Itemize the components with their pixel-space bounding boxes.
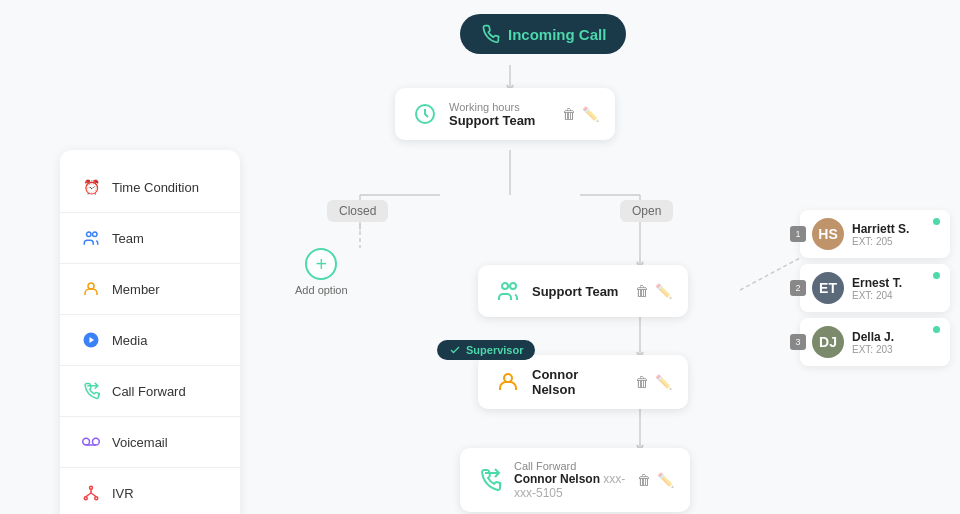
svg-point-6 — [83, 438, 90, 445]
svg-point-28 — [504, 374, 512, 382]
member-num-1: 1 — [790, 226, 806, 242]
sidebar-label-time-condition: Time Condition — [112, 180, 199, 195]
call-forward-actions: 🗑 ✏️ — [637, 472, 674, 488]
svg-line-13 — [86, 493, 91, 497]
sidebar: ⏰ Time Condition Team Member Media — [60, 150, 240, 514]
edit-icon[interactable]: ✏️ — [582, 106, 599, 122]
working-hours-text: Working hours Support Team — [449, 101, 535, 128]
add-option-button[interactable]: + Add option — [295, 248, 348, 296]
member-name-della: Della J. — [852, 330, 894, 344]
connor-nelson-node[interactable]: Connor Nelson 🗑 ✏️ — [478, 355, 688, 409]
call-forward-node-icon — [476, 466, 504, 494]
connor-actions: 🗑 ✏️ — [635, 374, 672, 390]
trash-icon[interactable]: 🗑 — [562, 106, 576, 122]
call-forward-subtitle: Call Forward — [514, 460, 627, 472]
svg-point-1 — [93, 232, 98, 237]
support-team-title: Support Team — [532, 284, 618, 299]
working-hours-title: Support Team — [449, 113, 535, 128]
sidebar-item-team[interactable]: Team — [60, 217, 240, 259]
support-team-node[interactable]: Support Team 🗑 ✏️ — [478, 265, 688, 317]
avatar-ernest: ET — [812, 272, 844, 304]
ivr-icon — [80, 482, 102, 504]
member-ext-harriett: EXT: 205 — [852, 236, 909, 247]
avatar-harriett: HS — [812, 218, 844, 250]
sidebar-label-call-forward: Call Forward — [112, 384, 186, 399]
member-cards: 1 HS Harriett S. EXT: 205 2 ET Ernest T.… — [800, 210, 950, 372]
member-info-ernest: Ernest T. EXT: 204 — [852, 276, 902, 301]
phone-icon — [480, 24, 500, 44]
trash-icon-4[interactable]: 🗑 — [637, 472, 651, 488]
incoming-call-node[interactable]: Incoming Call — [460, 14, 626, 54]
sidebar-label-media: Media — [112, 333, 147, 348]
time-condition-icon: ⏰ — [80, 176, 102, 198]
member-name-ernest: Ernest T. — [852, 276, 902, 290]
supervisor-label: Supervisor — [466, 344, 523, 356]
svg-point-27 — [510, 283, 516, 289]
edit-icon-3[interactable]: ✏️ — [655, 374, 672, 390]
working-hours-actions: 🗑 ✏️ — [562, 106, 599, 122]
sidebar-item-voicemail[interactable]: Voicemail — [60, 421, 240, 463]
member-card-1: 1 HS Harriett S. EXT: 205 — [800, 210, 950, 258]
incoming-call-label: Incoming Call — [508, 26, 606, 43]
trash-icon-2[interactable]: 🗑 — [635, 283, 649, 299]
support-team-icon — [494, 277, 522, 305]
add-option-label: Add option — [295, 284, 348, 296]
working-hours-icon — [411, 100, 439, 128]
team-icon — [80, 227, 102, 249]
sidebar-label-team: Team — [112, 231, 144, 246]
svg-point-0 — [87, 232, 92, 237]
connor-title: Connor Nelson — [532, 367, 625, 397]
sidebar-item-call-forward[interactable]: Call Forward — [60, 370, 240, 412]
member-num-2: 2 — [790, 280, 806, 296]
sidebar-item-ivr[interactable]: IVR — [60, 472, 240, 514]
svg-point-7 — [93, 438, 100, 445]
call-forward-text: Call Forward Connor Nelson xxx-xxx-5105 — [514, 460, 627, 500]
sidebar-item-media[interactable]: Media — [60, 319, 240, 361]
working-hours-node[interactable]: Working hours Support Team 🗑 ✏️ — [395, 88, 615, 140]
member-ext-ernest: EXT: 204 — [852, 290, 902, 301]
call-forward-icon — [80, 380, 102, 402]
sidebar-item-member[interactable]: Member — [60, 268, 240, 310]
svg-point-11 — [95, 497, 98, 500]
call-forward-title: Connor Nelson xxx-xxx-5105 — [514, 472, 627, 500]
media-icon — [80, 329, 102, 351]
edit-icon-4[interactable]: ✏️ — [657, 472, 674, 488]
svg-line-14 — [91, 493, 96, 497]
member-icon — [80, 278, 102, 300]
supervisor-badge: Supervisor — [437, 340, 535, 360]
member-card-3: 3 DJ Della J. EXT: 203 — [800, 318, 950, 366]
check-icon — [449, 344, 461, 356]
svg-point-2 — [88, 283, 94, 289]
member-card-2: 2 ET Ernest T. EXT: 204 — [800, 264, 950, 312]
member-info-della: Della J. EXT: 203 — [852, 330, 894, 355]
sidebar-label-voicemail: Voicemail — [112, 435, 168, 450]
member-num-3: 3 — [790, 334, 806, 350]
support-team-actions: 🗑 ✏️ — [635, 283, 672, 299]
voicemail-icon — [80, 431, 102, 453]
online-indicator-della — [933, 326, 940, 333]
member-name-harriett: Harriett S. — [852, 222, 909, 236]
member-info-harriett: Harriett S. EXT: 205 — [852, 222, 909, 247]
svg-point-9 — [90, 486, 93, 489]
svg-point-10 — [84, 497, 87, 500]
call-forward-node[interactable]: Call Forward Connor Nelson xxx-xxx-5105 … — [460, 448, 690, 512]
online-indicator-ernest — [933, 272, 940, 279]
edit-icon-2[interactable]: ✏️ — [655, 283, 672, 299]
open-label: Open — [620, 200, 673, 222]
add-option-icon: + — [305, 248, 337, 280]
avatar-della: DJ — [812, 326, 844, 358]
trash-icon-3[interactable]: 🗑 — [635, 374, 649, 390]
closed-label: Closed — [327, 200, 388, 222]
online-indicator-harriett — [933, 218, 940, 225]
sidebar-label-member: Member — [112, 282, 160, 297]
sidebar-item-time-condition[interactable]: ⏰ Time Condition — [60, 166, 240, 208]
sidebar-label-ivr: IVR — [112, 486, 134, 501]
connor-icon — [494, 368, 522, 396]
working-hours-subtitle: Working hours — [449, 101, 535, 113]
member-ext-della: EXT: 203 — [852, 344, 894, 355]
svg-point-26 — [502, 283, 508, 289]
